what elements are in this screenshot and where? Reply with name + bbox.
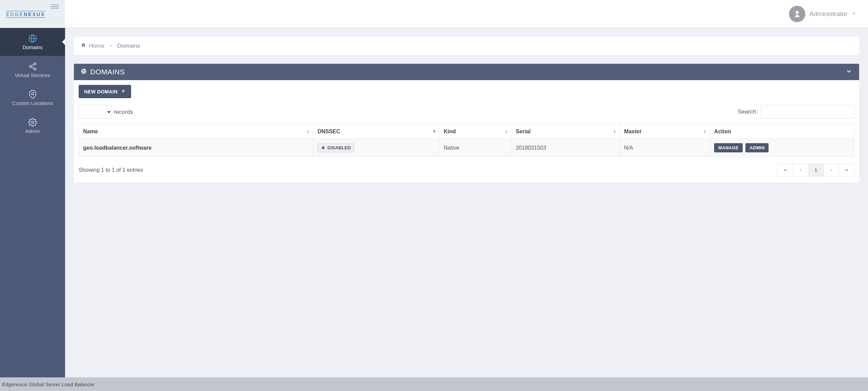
cell-action: MANAGE ADMIN <box>710 139 854 157</box>
logo-area: EDGENEXUS <box>0 0 65 28</box>
col-kind[interactable]: Kind ▲▼ <box>440 124 512 139</box>
user-name: Administrator <box>809 10 848 18</box>
cell-serial: 2018031503 <box>511 139 620 157</box>
panel-title: DOMAINS <box>90 68 125 76</box>
panel-collapse-icon[interactable] <box>846 68 852 76</box>
sidebar-item-custom-locations[interactable]: Custom Locations <box>0 84 65 112</box>
col-serial[interactable]: Serial ▲▼ <box>511 124 620 139</box>
brand-logo: EDGENEXUS <box>6 11 45 18</box>
pagination: 1 <box>777 164 854 177</box>
gear-icon <box>0 118 65 126</box>
sidebar-item-label: Admin <box>25 128 40 134</box>
hamburger-menu-icon[interactable] <box>51 3 59 10</box>
search-label: Search: <box>738 108 758 115</box>
footer: Edgenexus Global Server Load Balancer <box>0 377 868 391</box>
col-master[interactable]: Master ▲▼ <box>620 124 710 139</box>
col-dnssec[interactable]: DNSSEC ▲▼ <box>313 124 440 139</box>
svg-line-5 <box>31 64 34 66</box>
svg-point-4 <box>34 68 36 70</box>
breadcrumb: Home Domains <box>74 37 859 55</box>
sidebar-item-label: Domains <box>22 44 43 50</box>
cell-master: N/A <box>620 139 710 157</box>
sidebar-item-label: Virtual Services <box>15 72 50 78</box>
globe-solid-icon <box>81 68 87 76</box>
avatar <box>789 6 805 22</box>
topbar: Administrator <box>65 0 868 28</box>
user-menu[interactable]: Administrator <box>789 6 856 22</box>
domains-table: Name ▲▼ DNSSEC ▲▼ Kind ▲ <box>79 124 854 157</box>
sidebar-item-admin[interactable]: Admin <box>0 112 65 140</box>
search-input[interactable] <box>761 105 854 119</box>
sort-icon: ▲▼ <box>306 130 310 134</box>
svg-point-2 <box>34 63 36 65</box>
plus-icon <box>121 89 126 94</box>
col-action: Action <box>710 124 854 139</box>
sort-icon: ▲▼ <box>703 130 706 134</box>
sidebar-item-virtual-services[interactable]: Virtual Services <box>0 56 65 84</box>
col-name[interactable]: Name ▲▼ <box>79 124 313 139</box>
page-last-button[interactable] <box>839 164 854 177</box>
footer-text: Edgenexus Global Server Load Balancer <box>2 381 95 387</box>
cell-name: geo.loadbalancer.software <box>79 139 313 157</box>
cell-dnssec: DISABLED <box>313 139 440 157</box>
domains-panel: DOMAINS NEW DOMAIN <box>74 64 859 183</box>
sort-icon: ▲▼ <box>613 130 616 134</box>
map-pin-icon <box>0 90 65 98</box>
page-prev-button[interactable] <box>793 164 808 177</box>
unlock-icon <box>321 145 325 150</box>
manage-button[interactable]: MANAGE <box>714 143 743 152</box>
page-first-button[interactable] <box>777 164 793 177</box>
svg-point-8 <box>31 121 34 124</box>
sidebar-nav: Domains Virtual Services <box>0 28 65 140</box>
svg-point-7 <box>31 93 34 95</box>
sort-icon: ▲▼ <box>505 130 508 134</box>
records-label: records <box>114 109 133 115</box>
svg-line-6 <box>31 67 34 69</box>
page-next-button[interactable] <box>823 164 839 177</box>
sidebar: EDGENEXUS Domains <box>0 0 65 377</box>
chevron-down-icon <box>852 11 856 17</box>
share-icon <box>0 62 65 70</box>
chevron-right-icon <box>109 43 112 49</box>
breadcrumb-current: Domains <box>117 43 140 49</box>
svg-point-3 <box>29 65 32 68</box>
showing-text: Showing 1 to 1 of 1 entries <box>79 167 143 173</box>
new-domain-button[interactable]: NEW DOMAIN <box>79 85 131 98</box>
table-row: geo.loadbalancer.software DISABLED <box>79 139 854 157</box>
sidebar-item-label: Custom Locations <box>12 100 53 106</box>
records-per-page-select[interactable] <box>79 105 112 119</box>
dnssec-badge: DISABLED <box>317 143 354 152</box>
globe-icon <box>0 34 65 42</box>
sort-icon: ▲▼ <box>432 130 436 134</box>
sidebar-item-domains[interactable]: Domains <box>0 28 65 56</box>
cell-kind: Native <box>440 139 512 157</box>
panel-header: DOMAINS <box>74 64 859 80</box>
breadcrumb-home[interactable]: Home <box>81 42 104 49</box>
page-number-button[interactable]: 1 <box>808 164 824 177</box>
home-icon <box>81 42 86 49</box>
admin-button[interactable]: ADMIN <box>745 143 769 152</box>
